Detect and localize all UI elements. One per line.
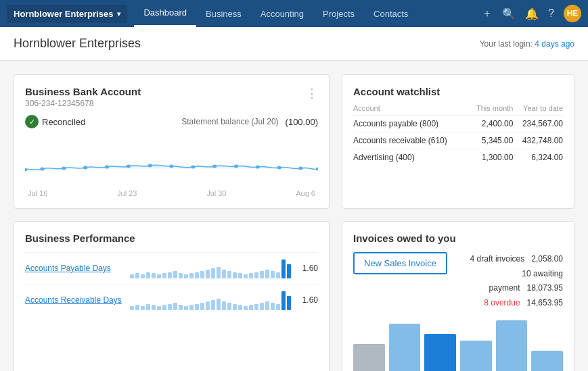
statement-label: Statement balance (Jul 20) [181,117,278,126]
perf-bar [200,271,204,278]
nav-icons: ＋ 🔍 🔔 ? HE [482,5,581,22]
search-icon[interactable]: 🔍 [502,7,516,20]
statement-info: Statement balance (Jul 20) (100.00) [181,117,318,127]
perf-bar [249,305,253,310]
watchlist-title: Account watchlist [353,86,563,97]
perf-bar [173,271,177,278]
watchlist-card: Account watchlist Account This month Yea… [342,74,574,209]
bank-chart [25,132,318,187]
svg-point-11 [256,166,260,169]
perf-bar [168,304,172,310]
last-login-link[interactable]: 4 days ago [535,39,574,49]
perf-bar [227,271,231,278]
page-header: Hornblower Enterprises Your last login: … [0,27,588,61]
perf-bars [130,258,291,278]
perf-bar [162,305,166,310]
perf-bar [233,272,237,278]
perf-bar [152,273,156,278]
line-chart-svg [25,132,318,187]
nav-link-contacts[interactable]: Contacts [364,0,417,27]
perf-bar [141,306,145,310]
invoice-bar-col [424,334,456,371]
invoice-bar [353,344,385,371]
perf-value: 1.60 [298,295,318,305]
invoice-bar [424,334,456,371]
svg-point-9 [212,165,217,168]
perf-bar [130,274,134,278]
user-avatar[interactable]: HE [564,5,581,22]
invoice-bar-col [496,320,528,371]
perf-bar [146,272,150,278]
perf-bar [254,304,258,310]
add-icon[interactable]: ＋ [482,7,493,21]
navigation: Hornblower Enterprises ▾ Dashboard Busin… [0,0,588,27]
svg-point-0 [25,168,27,172]
invoice-stats: 4 draft invoices 2,058.00 10 awaiting pa… [458,252,563,310]
perf-bar [206,301,210,310]
main-content: Business Bank Account 306-234-12345678 ⋮… [0,61,588,371]
help-icon[interactable]: ? [548,7,554,20]
perf-label[interactable]: Accounts Payable Days [25,264,123,273]
performance-row: Accounts Payable Days 1.60 [25,252,318,284]
perf-bar [211,268,215,278]
perf-label[interactable]: Accounts Receivable Days [25,295,123,305]
nav-link-business[interactable]: Business [196,0,251,27]
watchlist-col-account: Account [353,104,468,116]
perf-bar [260,303,264,310]
invoices-top: New Sales Invoice 4 draft invoices 2,058… [353,252,563,310]
performance-title: Business Performance [25,232,318,244]
brand-button[interactable]: Hornblower Enterprises ▾ [7,5,127,23]
perf-bar [173,303,177,310]
invoice-bar-col [531,351,563,371]
perf-bar [195,272,199,278]
perf-bar [141,274,145,278]
invoice-bars [353,317,563,371]
perf-bar [162,273,166,278]
nav-link-accounting[interactable]: Accounting [251,0,313,27]
perf-bar [238,273,242,278]
last-login: Your last login: 4 days ago [480,39,574,49]
new-invoice-button[interactable]: New Sales Invoice [353,252,447,274]
perf-bar [135,273,139,278]
invoices-card: Invoices owed to you New Sales Invoice 4… [342,221,574,371]
perf-bar [244,274,248,278]
perf-bar [211,300,215,310]
performance-row: Accounts Receivable Days 1.60 [25,284,318,316]
performance-rows: Accounts Payable Days 1.60 Accounts Rece… [25,252,318,316]
perf-bar [184,306,188,310]
perf-bar [265,270,269,278]
bank-card-header: Business Bank Account 306-234-12345678 ⋮ [25,86,318,108]
statement-amount: (100.00) [286,117,318,127]
perf-bar [265,301,269,310]
perf-value: 1.60 [298,264,318,273]
perf-bar [135,305,139,310]
perf-bar [152,305,156,310]
svg-point-14 [316,168,318,171]
nav-links: Dashboard Business Accounting Projects C… [134,0,482,27]
perf-bar [249,273,253,278]
performance-card: Business Performance Accounts Payable Da… [14,221,330,371]
bank-more-button[interactable]: ⋮ [306,86,318,101]
svg-point-2 [62,167,66,170]
notification-icon[interactable]: 🔔 [525,7,539,20]
invoice-bar [389,324,421,371]
invoice-bar [496,320,528,371]
chart-labels: Jul 16 Jul 23 Jul 30 Aug 6 [25,189,318,197]
nav-link-projects[interactable]: Projects [313,0,364,27]
perf-bar [260,271,264,278]
svg-point-12 [277,166,281,170]
nav-link-dashboard[interactable]: Dashboard [134,0,196,27]
svg-point-13 [298,167,302,170]
reconciled-row: ✓ Reconciled Statement balance (Jul 20) … [25,115,318,128]
svg-point-3 [83,166,87,170]
perf-bars [130,290,291,310]
perf-bar [233,304,237,310]
svg-point-8 [191,166,195,169]
perf-bar [281,259,286,278]
svg-point-5 [127,165,131,168]
perf-bar [157,306,161,310]
bank-account-card: Business Bank Account 306-234-12345678 ⋮… [14,74,330,209]
watchlist-col-thismonth: This month [468,104,514,116]
perf-bar [287,264,291,278]
perf-bar [271,271,275,278]
